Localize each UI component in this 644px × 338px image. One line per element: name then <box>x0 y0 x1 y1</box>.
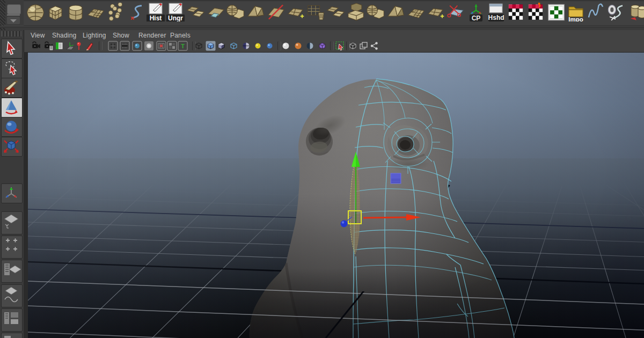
svg-text:Hist: Hist <box>150 14 162 21</box>
svg-text:Hshd: Hshd <box>488 14 504 21</box>
svg-text:Impo: Impo <box>568 16 583 21</box>
svg-text:T: T <box>181 43 185 49</box>
svg-text:Ungr: Ungr <box>168 14 183 21</box>
svg-text:CP: CP <box>472 14 481 21</box>
